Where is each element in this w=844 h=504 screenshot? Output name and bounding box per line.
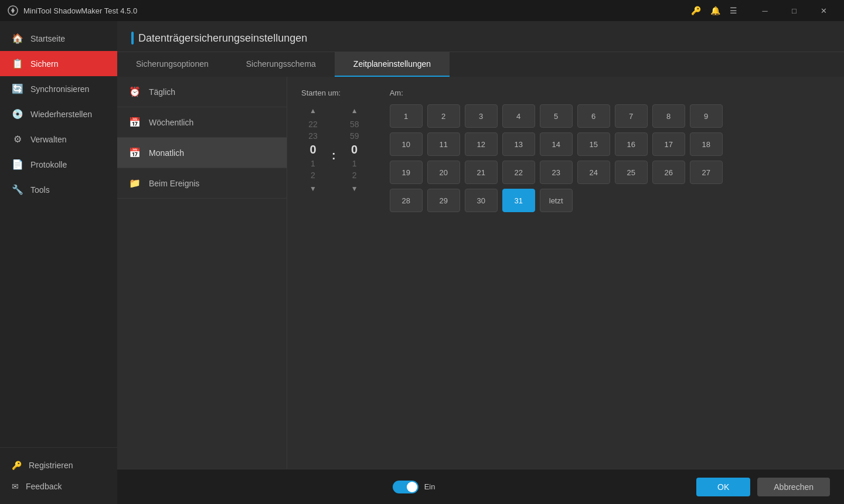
schedule-label-monatlich: Monatlich bbox=[149, 148, 184, 158]
minute-prev1: 59 bbox=[343, 131, 366, 141]
day-button-30[interactable]: 30 bbox=[465, 189, 498, 212]
day-button-11[interactable]: 11 bbox=[427, 132, 460, 156]
minute-column: ▲ 58 59 0 1 2 ▼ bbox=[343, 104, 366, 195]
day-button-25[interactable]: 25 bbox=[615, 161, 648, 184]
minimize-button[interactable]: ─ bbox=[751, 0, 778, 21]
sidebar: 🏠 Startseite 📋 Sichern 🔄 Synchronisieren… bbox=[0, 21, 117, 504]
schedule-woechentlich[interactable]: 📅 Wöchentlich bbox=[117, 107, 287, 138]
titlebar: MiniTool ShadowMaker Test 4.5.0 🔑 🔔 ☰ ─ … bbox=[0, 0, 844, 21]
page-title-text: Datenträgersicherungseinstellungen bbox=[138, 32, 307, 45]
menu-icon[interactable]: ☰ bbox=[730, 6, 737, 15]
sidebar-label-tools: Tools bbox=[30, 185, 50, 195]
app-title: MiniTool ShadowMaker Test 4.5.0 bbox=[23, 6, 137, 15]
day-button-19[interactable]: 19 bbox=[390, 161, 423, 184]
sidebar-item-tools[interactable]: 🔧 Tools bbox=[0, 177, 117, 202]
day-grid: 1234567891011121314151617181920212223242… bbox=[390, 104, 830, 212]
restore-icon: 💿 bbox=[12, 108, 23, 120]
day-button-7[interactable]: 7 bbox=[615, 104, 648, 128]
day-label: Am: bbox=[390, 88, 830, 97]
toggle-switch[interactable] bbox=[393, 481, 418, 493]
day-button-2[interactable]: 2 bbox=[427, 104, 460, 128]
schedule-taeglich[interactable]: ⏰ Täglich bbox=[117, 77, 287, 107]
ok-button[interactable]: OK bbox=[696, 478, 750, 496]
app-logo bbox=[7, 5, 19, 16]
tab-sicherungsschema[interactable]: Sicherungsschema bbox=[227, 52, 335, 77]
day-button-24[interactable]: 24 bbox=[577, 161, 610, 184]
hour-up-button[interactable]: ▲ bbox=[305, 104, 321, 117]
day-section: Am: 123456789101112131415161718192021222… bbox=[390, 88, 830, 212]
day-button-13[interactable]: 13 bbox=[502, 132, 535, 156]
sidebar-item-registrieren[interactable]: 🔑 Registrieren bbox=[0, 455, 117, 476]
bell-icon[interactable]: 🔔 bbox=[710, 6, 720, 15]
minute-up-button[interactable]: ▲ bbox=[346, 104, 363, 117]
sidebar-item-wiederherstellen[interactable]: 💿 Wiederherstellen bbox=[0, 101, 117, 127]
day-button-29[interactable]: 29 bbox=[427, 189, 460, 212]
day-button-20[interactable]: 20 bbox=[427, 161, 460, 184]
tab-sicherungsoptionen[interactable]: Sicherungsoptionen bbox=[117, 52, 227, 77]
close-button[interactable]: ✕ bbox=[810, 0, 837, 21]
hour-prev2: 22 bbox=[301, 120, 325, 129]
day-button-14[interactable]: 14 bbox=[540, 132, 573, 156]
sidebar-item-verwalten[interactable]: ⚙ Verwalten bbox=[0, 127, 117, 152]
day-button-6[interactable]: 6 bbox=[577, 104, 610, 128]
folder-icon: 📁 bbox=[129, 178, 141, 189]
minute-down-button[interactable]: ▼ bbox=[346, 182, 363, 195]
cancel-button[interactable]: Abbrechen bbox=[757, 478, 830, 496]
sidebar-label-startseite: Startseite bbox=[30, 34, 65, 43]
tab-zeitplaneinstellungen[interactable]: Zeitplaneinstellungen bbox=[335, 52, 450, 77]
day-button-10[interactable]: 10 bbox=[390, 132, 423, 156]
page-title-bar: Datenträgersicherungseinstellungen bbox=[117, 21, 844, 52]
day-button-15[interactable]: 15 bbox=[577, 132, 610, 156]
day-button-12[interactable]: 12 bbox=[465, 132, 498, 156]
calendar-icon: 📅 bbox=[129, 117, 141, 128]
sidebar-label-sichern: Sichern bbox=[30, 59, 58, 69]
day-button-27[interactable]: 27 bbox=[690, 161, 723, 184]
minute-prev2: 58 bbox=[343, 120, 366, 129]
schedule-label-beim-ereignis: Beim Ereignis bbox=[149, 179, 199, 188]
hour-prev1: 23 bbox=[301, 131, 325, 141]
tabs-row: Sicherungsoptionen Sicherungsschema Zeit… bbox=[117, 52, 844, 77]
day-button-31[interactable]: 31 bbox=[502, 189, 535, 212]
sidebar-label-wiederherstellen: Wiederherstellen bbox=[30, 110, 92, 119]
sidebar-item-feedback[interactable]: ✉ Feedback bbox=[0, 476, 117, 497]
sidebar-label-feedback: Feedback bbox=[26, 482, 62, 491]
day-button-letzt[interactable]: letzt bbox=[540, 189, 573, 212]
day-button-22[interactable]: 22 bbox=[502, 161, 535, 184]
sidebar-item-sichern[interactable]: 📋 Sichern bbox=[0, 51, 117, 76]
hour-down-button[interactable]: ▼ bbox=[305, 182, 321, 195]
titlebar-left: MiniTool ShadowMaker Test 4.5.0 bbox=[7, 5, 137, 16]
key-icon[interactable]: 🔑 bbox=[691, 6, 701, 15]
day-button-3[interactable]: 3 bbox=[465, 104, 498, 128]
day-button-28[interactable]: 28 bbox=[390, 189, 423, 212]
day-button-21[interactable]: 21 bbox=[465, 161, 498, 184]
sidebar-label-verwalten: Verwalten bbox=[30, 135, 66, 144]
footer-buttons: OK Abbrechen bbox=[696, 478, 830, 496]
time-picker: ▲ 22 23 0 1 2 ▼ : ▲ bbox=[301, 104, 366, 195]
day-button-9[interactable]: 9 bbox=[690, 104, 723, 128]
day-button-17[interactable]: 17 bbox=[652, 132, 685, 156]
sidebar-item-startseite[interactable]: 🏠 Startseite bbox=[0, 26, 117, 51]
day-button-18[interactable]: 18 bbox=[690, 132, 723, 156]
schedule-label-taeglich: Täglich bbox=[149, 87, 175, 97]
sidebar-item-protokolle[interactable]: 📄 Protokolle bbox=[0, 152, 117, 177]
log-icon: 📄 bbox=[12, 159, 23, 170]
tools-icon: 🔧 bbox=[12, 184, 23, 195]
schedule-monatlich[interactable]: 📅 Monatlich bbox=[117, 138, 287, 168]
day-button-23[interactable]: 23 bbox=[540, 161, 573, 184]
dialog-content: ⏰ Täglich 📅 Wöchentlich 📅 Monatlich 📁 Be… bbox=[117, 77, 844, 469]
settings-row: Starten um: ▲ 22 23 0 1 2 ▼ bbox=[301, 88, 830, 212]
day-button-16[interactable]: 16 bbox=[615, 132, 648, 156]
day-button-1[interactable]: 1 bbox=[390, 104, 423, 128]
day-button-26[interactable]: 26 bbox=[652, 161, 685, 184]
time-label: Starten um: bbox=[301, 88, 341, 97]
sidebar-label-registrieren: Registrieren bbox=[29, 461, 73, 470]
day-button-4[interactable]: 4 bbox=[502, 104, 535, 128]
maximize-button[interactable]: □ bbox=[781, 0, 808, 21]
sidebar-nav: 🏠 Startseite 📋 Sichern 🔄 Synchronisieren… bbox=[0, 21, 117, 447]
schedule-beim-ereignis[interactable]: 📁 Beim Ereignis bbox=[117, 168, 287, 199]
day-button-8[interactable]: 8 bbox=[652, 104, 685, 128]
day-button-5[interactable]: 5 bbox=[540, 104, 573, 128]
sidebar-label-synchronisieren: Synchronisieren bbox=[30, 84, 89, 94]
sidebar-item-synchronisieren[interactable]: 🔄 Synchronisieren bbox=[0, 76, 117, 101]
schedule-label-woechentlich: Wöchentlich bbox=[149, 118, 193, 127]
